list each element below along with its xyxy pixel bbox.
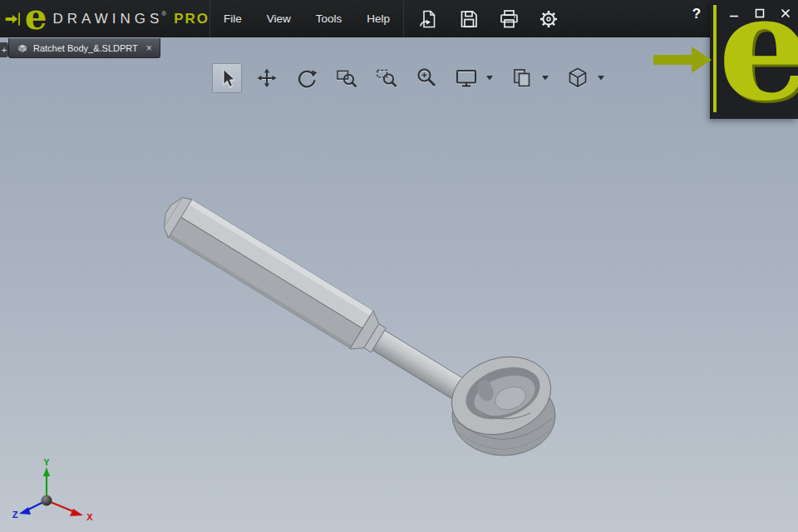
menu-help[interactable]: Help bbox=[365, 9, 392, 28]
save-button[interactable] bbox=[457, 7, 480, 31]
brand-e: e bbox=[25, 0, 47, 36]
gear-icon bbox=[538, 8, 559, 30]
cube-icon bbox=[566, 66, 589, 90]
open-button[interactable] bbox=[417, 7, 441, 31]
minimize-button[interactable] bbox=[721, 2, 746, 24]
open-icon bbox=[418, 8, 440, 30]
menu-view[interactable]: View bbox=[265, 9, 293, 28]
titlebar: e DRAWINGS ® PRO File View Tools Help bbox=[0, 0, 798, 37]
ratchet-model bbox=[0, 37, 798, 532]
pages-icon bbox=[510, 66, 534, 90]
markup-tool-button[interactable] bbox=[507, 63, 537, 93]
zoom-tool-button[interactable] bbox=[411, 63, 441, 93]
zoom-fit-tool-button[interactable] bbox=[332, 63, 362, 93]
zoom-icon bbox=[415, 66, 438, 90]
print-button[interactable] bbox=[497, 7, 520, 31]
splash-arrow-icon bbox=[653, 45, 713, 78]
pan-icon bbox=[255, 66, 278, 90]
part-file-icon bbox=[17, 42, 28, 54]
edrawings-arrow-icon bbox=[5, 7, 22, 32]
markup-group bbox=[507, 63, 551, 93]
triad-origin bbox=[42, 495, 52, 506]
pan-tool-button[interactable] bbox=[252, 63, 282, 93]
settings-button[interactable] bbox=[537, 7, 560, 31]
edrawings-window: e DRAWINGS ® PRO File View Tools Help bbox=[0, 0, 798, 532]
view-orientation-group bbox=[563, 63, 607, 93]
close-icon bbox=[781, 8, 791, 18]
rotate-icon bbox=[295, 66, 318, 90]
minimize-icon bbox=[729, 8, 739, 18]
splash-bar bbox=[713, 5, 717, 112]
orientation-triad: Y X Z bbox=[10, 457, 96, 529]
titlebar-separator bbox=[209, 0, 210, 37]
brand-edition: PRO bbox=[174, 11, 209, 27]
document-tab[interactable]: Ratchet Body_&.SLDPRT × bbox=[8, 38, 160, 58]
monitor-icon bbox=[455, 66, 478, 90]
zoom-area-tool-button[interactable] bbox=[372, 63, 401, 93]
new-tab-button[interactable]: + bbox=[0, 42, 8, 57]
window-controls bbox=[721, 2, 798, 24]
view-toolbar bbox=[212, 63, 618, 93]
select-tool-button[interactable] bbox=[212, 63, 242, 93]
cursor-arrow-icon bbox=[215, 66, 239, 90]
rotate-tool-button[interactable] bbox=[292, 63, 322, 93]
save-icon bbox=[458, 8, 480, 30]
titlebar-separator-2 bbox=[403, 0, 404, 37]
close-button[interactable] bbox=[772, 2, 798, 24]
triad-y-label: Y bbox=[43, 457, 50, 467]
menu-tools[interactable]: Tools bbox=[314, 9, 344, 28]
tab-close-icon[interactable]: × bbox=[146, 42, 152, 54]
brand-name: DRAWINGS bbox=[52, 11, 163, 27]
quick-toolbar bbox=[417, 7, 560, 31]
full-screen-tool-button[interactable] bbox=[451, 63, 481, 93]
chevron-down-icon bbox=[485, 76, 494, 81]
view-orientation-tool-button[interactable] bbox=[563, 63, 593, 93]
zoom-fit-icon bbox=[335, 66, 358, 90]
help-button[interactable]: ? bbox=[688, 6, 705, 22]
full-screen-menu-caret[interactable] bbox=[484, 72, 495, 84]
view-orientation-menu-caret[interactable] bbox=[595, 72, 607, 84]
brand-registered: ® bbox=[161, 10, 166, 17]
maximize-button[interactable] bbox=[746, 2, 772, 24]
zoom-area-icon bbox=[375, 66, 398, 90]
markup-menu-caret[interactable] bbox=[539, 72, 551, 84]
viewport-3d[interactable]: + Ratchet Body_&.SLDPRT × bbox=[0, 37, 798, 532]
chevron-down-icon bbox=[541, 76, 549, 81]
menu-bar: File View Tools Help bbox=[222, 9, 392, 28]
triad-z-label: Z bbox=[12, 510, 18, 520]
tab-label: Ratchet Body_&.SLDPRT bbox=[33, 43, 138, 53]
edrawings-logo: e DRAWINGS ® PRO bbox=[0, 0, 209, 37]
triad-x-label: X bbox=[86, 512, 93, 522]
maximize-icon bbox=[755, 8, 765, 18]
print-icon bbox=[498, 8, 520, 30]
menu-file[interactable]: File bbox=[222, 9, 244, 28]
full-screen-group bbox=[451, 63, 495, 93]
chevron-down-icon bbox=[597, 76, 605, 81]
